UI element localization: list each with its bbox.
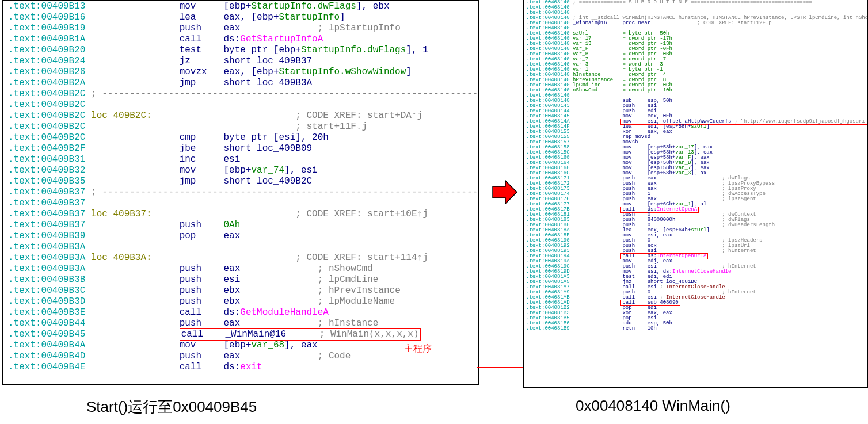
disasm-line: .text:00409B2C ; start+11F↓j bbox=[3, 121, 478, 132]
disasm-line: .text:00409B3C push ebx ; hPrevInstance bbox=[3, 285, 478, 296]
disasm-line: .text:00409B39 pop eax bbox=[3, 231, 478, 242]
var-decl: .text:00408140 nShowCmd = dword ptr 10h bbox=[524, 88, 867, 93]
disasm-line: .text:00408140 ; =============== S U B R… bbox=[524, 0, 867, 5]
disasm-line: .text:00409B26 movzx eax, [ebp+StartupIn… bbox=[3, 67, 478, 78]
disasm-line: .text:00409B2C ; -----------------------… bbox=[3, 89, 478, 100]
disasm-line: .text:00409B3A push eax ; nShowCmd bbox=[3, 263, 478, 274]
disasm-line: .text:00408140 bbox=[524, 5, 867, 10]
disasm-line: .text:00409B20 test byte ptr [ebp+Startu… bbox=[3, 45, 478, 56]
disasm-line: .text:00409B31 inc esi bbox=[3, 154, 478, 165]
disasm-line: .text:00409B37 ; -----------------------… bbox=[3, 187, 478, 198]
disasm-line: .text:00409B13 mov [ebp+StartupInfo.dwFl… bbox=[3, 1, 478, 12]
disasm-line: .text:00409B3A loc_409B3A: ; CODE XREF: … bbox=[3, 253, 478, 263]
disasm-line: .text:00409B45 call _WinMain@16 ; WinMai… bbox=[3, 329, 478, 340]
disasm-line: .text:00409B37 loc_409B37: ; CODE XREF: … bbox=[3, 209, 478, 220]
disasm-line: .text:004081B9 retn 10h bbox=[524, 326, 867, 331]
disasm-line: .text:00409B3E call ds:GetModuleHandleA bbox=[3, 307, 478, 318]
disasm-line: .text:00409B44 push eax ; hInstance bbox=[3, 318, 478, 329]
disasm-line: .text:00409B16 lea eax, [ebp+StartupInfo… bbox=[3, 12, 478, 23]
disasm-line: .text:00409B4E call ds:exit bbox=[3, 362, 478, 373]
disasm-line: .text:00409B3B push esi ; lpCmdLine bbox=[3, 274, 478, 285]
disasm-line: .text:00408140 _WinMain@16 proc near ; C… bbox=[524, 21, 867, 26]
disasm-line: .text:00409B37 push 0Ah bbox=[3, 220, 478, 231]
annotation-main-program: 主程序 bbox=[404, 343, 432, 355]
right-disassembly-panel[interactable]: .text:00408140 ; =============== S U B R… bbox=[523, 0, 868, 388]
arrow-icon bbox=[490, 178, 518, 206]
disasm-line: .text:00409B32 mov [ebp+var_74], esi bbox=[3, 165, 478, 176]
left-caption: Start()运行至0x00409B45 bbox=[86, 397, 257, 417]
disasm-line: .text:00409B2C loc_409B2C: ; CODE XREF: … bbox=[3, 110, 478, 121]
right-caption: 0x00408140 WinMain() bbox=[576, 397, 730, 415]
disasm-line: .text:00409B2A jmp short loc_409B3A bbox=[3, 78, 478, 89]
disasm-line: .text:00409B2C bbox=[3, 100, 478, 110]
disasm-line: .text:00409B2F jbe short loc_409B09 bbox=[3, 143, 478, 154]
disasm-line: .text:00409B2C cmp byte ptr [esi], 20h bbox=[3, 132, 478, 143]
disasm-line: .text:00409B3D push ebx ; lpModuleName bbox=[3, 296, 478, 307]
disasm-line: .text:00409B1A call ds:GetStartupInfoA bbox=[3, 34, 478, 45]
disasm-line: .text:00409B35 jmp short loc_409B2C bbox=[3, 176, 478, 187]
divider-line bbox=[477, 367, 523, 368]
disasm-line: .text:00409B19 push eax ; lpStartupInfo bbox=[3, 23, 478, 34]
left-disassembly-panel[interactable]: .text:00409B13 mov [ebp+StartupInfo.dwFl… bbox=[2, 0, 479, 385]
disasm-line: .text:00409B3A bbox=[3, 242, 478, 253]
svg-marker-0 bbox=[493, 181, 517, 204]
disasm-line: .text:00409B37 bbox=[3, 198, 478, 209]
disasm-line: .text:00409B24 jz short loc_409B37 bbox=[3, 56, 478, 67]
